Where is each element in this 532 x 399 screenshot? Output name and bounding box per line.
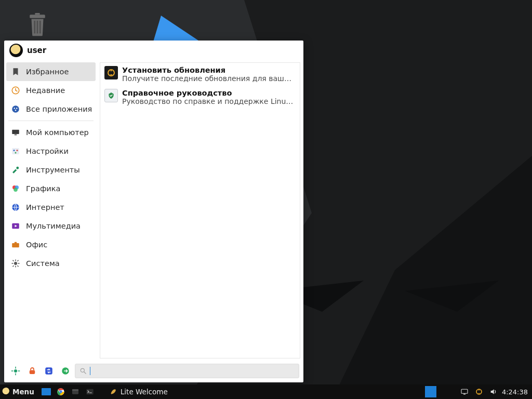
sidebar-item-computer[interactable]: Мой компьютер	[4, 123, 98, 142]
svg-point-13	[14, 108, 15, 109]
sidebar-item-system[interactable]: Система	[4, 254, 98, 273]
sidebar-item-label: Недавние	[26, 86, 65, 95]
sidebar-item-settings[interactable]: Настройки	[4, 142, 98, 161]
search-input[interactable]	[94, 367, 295, 375]
menu-footer	[4, 361, 303, 382]
desktop-rect-icon	[42, 388, 51, 395]
taskbar-window-lite-welcome[interactable]: Lite Welcome	[103, 384, 173, 399]
svg-rect-8	[34, 21, 35, 34]
svg-rect-35	[18, 263, 20, 264]
sidebar-item-graphics[interactable]: Графика	[4, 179, 98, 198]
menu-sidebar: Избранное Недавние Все приложения	[4, 60, 98, 361]
globe-icon	[10, 202, 21, 212]
logout-button[interactable]	[58, 364, 73, 378]
sidebar-item-office[interactable]: Офис	[4, 235, 98, 254]
chrome-icon	[56, 387, 65, 396]
svg-rect-55	[86, 389, 93, 395]
svg-rect-46	[30, 370, 35, 375]
sidebar-item-label: Избранное	[26, 68, 69, 76]
svg-rect-47	[45, 367, 52, 375]
username-label: user	[27, 46, 46, 55]
launcher-files[interactable]	[69, 384, 82, 399]
feather-icon	[108, 387, 117, 396]
svg-rect-6	[30, 15, 45, 18]
settings-button[interactable]	[8, 364, 23, 378]
sidebar-item-tools[interactable]: Инструменты	[4, 161, 98, 179]
svg-rect-54	[72, 389, 78, 391]
menu-content: Установить обновления Получите последние…	[100, 62, 300, 358]
apps-icon	[10, 104, 21, 114]
desktop: user Избранное Недавние	[0, 0, 532, 399]
trash-icon[interactable]	[26, 11, 49, 38]
svg-rect-34	[12, 263, 14, 264]
sidebar-item-label: Графика	[26, 184, 60, 193]
svg-rect-16	[12, 130, 19, 134]
menu-button-label: Menu	[12, 388, 34, 396]
terminal-icon	[85, 387, 95, 396]
svg-point-25	[14, 188, 18, 192]
sidebar-item-multimedia[interactable]: Мультимедиа	[4, 217, 98, 235]
user-avatar[interactable]	[9, 44, 23, 57]
sidebar-item-label: Инструменты	[26, 166, 80, 174]
svg-rect-44	[11, 370, 14, 371]
tray-display-icon[interactable]	[458, 384, 471, 399]
svg-rect-9	[37, 21, 38, 34]
sidebar-item-label: Настройки	[26, 147, 69, 155]
svg-rect-30	[15, 242, 17, 243]
tray-volume-icon[interactable]	[487, 384, 500, 399]
taskbar-window-title: Lite Welcome	[121, 388, 168, 396]
app-description: Руководство по справке и поддержке Linux…	[122, 97, 296, 105]
tools-icon	[10, 165, 21, 175]
svg-rect-10	[39, 21, 41, 34]
svg-point-22	[16, 167, 19, 169]
graphics-icon	[10, 183, 21, 194]
svg-point-19	[14, 150, 15, 151]
sliders-icon	[10, 146, 21, 156]
svg-point-52	[59, 390, 62, 393]
svg-rect-37	[17, 265, 19, 267]
svg-line-50	[84, 372, 86, 374]
search-field[interactable]	[75, 364, 299, 378]
computer-icon	[10, 127, 21, 138]
svg-rect-42	[15, 367, 16, 369]
distro-logo-icon	[2, 388, 10, 396]
launcher-chrome[interactable]	[54, 384, 68, 399]
sidebar-item-label: Офис	[26, 241, 47, 249]
sidebar-item-label: Система	[26, 259, 60, 268]
workspace-indicator[interactable]	[425, 386, 436, 397]
sidebar-item-label: Интернет	[26, 203, 64, 211]
sidebar-item-all-apps[interactable]: Все приложения	[4, 100, 98, 118]
tray-updates-icon[interactable]	[473, 384, 485, 399]
svg-rect-17	[15, 135, 17, 136]
sidebar-item-label: Все приложения	[26, 105, 92, 113]
svg-rect-56	[461, 389, 468, 393]
svg-rect-45	[18, 370, 20, 371]
svg-rect-43	[15, 374, 16, 376]
start-menu-button[interactable]: Menu	[0, 384, 38, 399]
app-entry-help[interactable]: Справочное руководство Руководство по сп…	[100, 86, 300, 109]
svg-point-12	[12, 105, 19, 113]
app-title: Установить обновления	[122, 66, 296, 74]
sidebar-item-recent[interactable]: Недавние	[4, 81, 98, 100]
switch-user-button[interactable]	[42, 364, 56, 378]
help-manual-icon	[104, 89, 118, 102]
lock-button[interactable]	[25, 364, 39, 378]
sidebar-item-favorites[interactable]: Избранное	[6, 62, 96, 81]
sidebar-item-internet[interactable]: Интернет	[4, 198, 98, 217]
app-entry-updates[interactable]: Установить обновления Получите последние…	[100, 63, 300, 86]
sidebar-item-label: Мой компьютер	[26, 128, 89, 137]
svg-point-14	[16, 108, 17, 109]
launcher-terminal[interactable]	[83, 384, 97, 399]
gear-icon	[10, 258, 21, 269]
sidebar-item-label: Мультимедиа	[26, 222, 81, 230]
svg-rect-39	[12, 265, 14, 267]
show-desktop-button[interactable]	[39, 384, 53, 399]
svg-point-21	[15, 152, 17, 154]
svg-rect-33	[15, 266, 16, 268]
svg-point-41	[14, 369, 17, 373]
taskbar-clock[interactable]: 4:24:38	[502, 388, 528, 396]
svg-point-31	[14, 262, 17, 265]
svg-rect-38	[17, 260, 19, 261]
svg-rect-29	[12, 243, 19, 247]
search-icon	[79, 367, 87, 375]
